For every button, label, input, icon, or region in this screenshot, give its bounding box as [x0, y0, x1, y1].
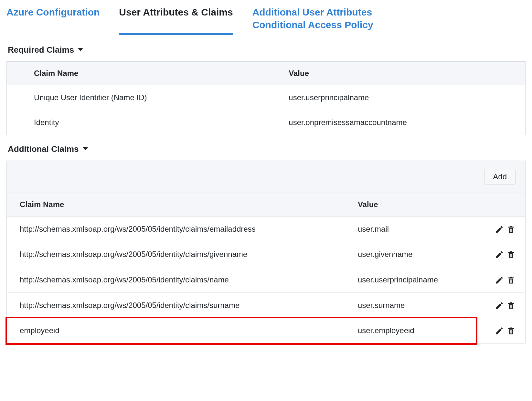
- tab-additional-user-attributes[interactable]: Additional User Attributes Conditional A…: [252, 3, 373, 35]
- edit-icon[interactable]: [495, 225, 504, 234]
- column-header-claim-name: Claim Name: [7, 193, 345, 216]
- tab-additional-line1: Additional User Attributes: [252, 6, 373, 18]
- required-claims-table: Claim Name Value Unique User Identifier …: [6, 61, 526, 135]
- delete-icon[interactable]: [506, 301, 516, 310]
- claim-value-cell: user.surname: [345, 292, 479, 318]
- claim-name-cell: http://schemas.xmlsoap.org/ws/2005/05/id…: [7, 242, 345, 267]
- table-row: http://schemas.xmlsoap.org/ws/2005/05/id…: [7, 242, 526, 267]
- delete-icon[interactable]: [506, 250, 516, 259]
- tab-azure-config[interactable]: Azure Configuration: [6, 3, 100, 35]
- edit-icon[interactable]: [495, 276, 504, 285]
- required-claims-label: Required Claims: [8, 45, 74, 55]
- claim-name-cell: http://schemas.xmlsoap.org/ws/2005/05/id…: [7, 292, 345, 318]
- column-header-value: Value: [261, 62, 525, 85]
- claim-name-cell: Unique User Identifier (Name ID): [7, 85, 262, 110]
- claim-name-cell: http://schemas.xmlsoap.org/ws/2005/05/id…: [7, 216, 345, 242]
- claim-value-cell: user.userprincipalname: [261, 85, 525, 110]
- edit-icon[interactable]: [495, 301, 504, 310]
- tab-user-attributes-claims[interactable]: User Attributes & Claims: [119, 3, 233, 35]
- table-row: Unique User Identifier (Name ID)user.use…: [7, 85, 526, 110]
- delete-icon[interactable]: [506, 225, 516, 234]
- claim-name-cell: Identity: [7, 110, 262, 135]
- tab-additional-line2: Conditional Access Policy: [252, 18, 373, 31]
- additional-claims-label: Additional Claims: [8, 144, 79, 154]
- claim-name-cell: http://schemas.xmlsoap.org/ws/2005/05/id…: [7, 267, 345, 293]
- claim-value-cell: user.employeeid: [345, 318, 479, 343]
- table-row: http://schemas.xmlsoap.org/ws/2005/05/id…: [7, 267, 526, 293]
- claim-value-cell: user.mail: [345, 216, 479, 242]
- edit-icon[interactable]: [495, 326, 504, 335]
- delete-icon[interactable]: [506, 276, 516, 285]
- table-row: employeeiduser.employeeid: [7, 318, 526, 343]
- column-header-value: Value: [345, 193, 479, 216]
- table-row: http://schemas.xmlsoap.org/ws/2005/05/id…: [7, 292, 526, 318]
- additional-claims-toggle[interactable]: Additional Claims: [8, 144, 526, 154]
- required-claims-toggle[interactable]: Required Claims: [8, 45, 526, 55]
- caret-down-icon: [82, 144, 89, 154]
- additional-claims-table: Add Claim Name Value http://schemas.xmls…: [6, 161, 526, 343]
- claim-value-cell: user.onpremisessamaccountname: [261, 110, 525, 135]
- delete-icon[interactable]: [506, 326, 516, 335]
- tab-bar: Azure Configuration User Attributes & Cl…: [6, 3, 526, 35]
- claim-value-cell: user.userprincipalname: [345, 267, 479, 293]
- add-claim-button[interactable]: Add: [484, 169, 516, 185]
- table-row: Identityuser.onpremisessamaccountname: [7, 110, 526, 135]
- claim-value-cell: user.givenname: [345, 242, 479, 267]
- table-row: http://schemas.xmlsoap.org/ws/2005/05/id…: [7, 216, 526, 242]
- claim-name-cell: employeeid: [7, 318, 345, 343]
- column-header-claim-name: Claim Name: [7, 62, 262, 85]
- caret-down-icon: [77, 45, 84, 55]
- edit-icon[interactable]: [495, 250, 504, 259]
